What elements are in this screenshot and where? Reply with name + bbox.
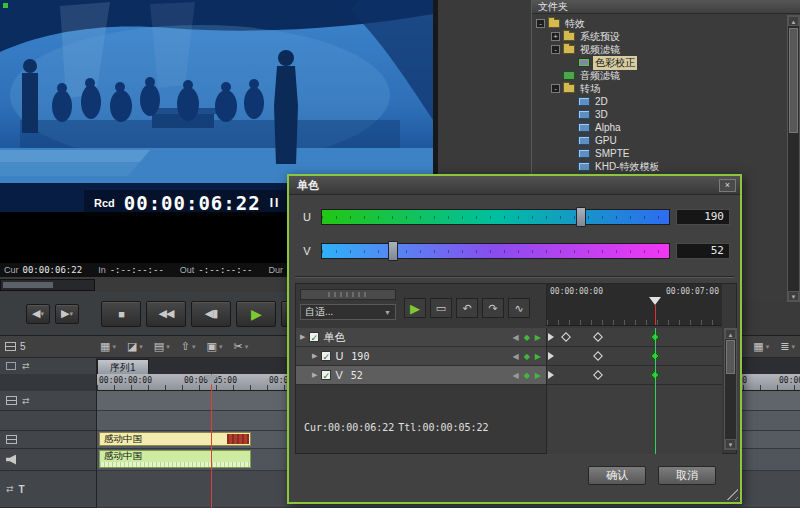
mark-out-button[interactable]: ▶▾ bbox=[55, 304, 79, 324]
tree-item-3[interactable]: 色彩校正 bbox=[532, 56, 786, 69]
preset-grip[interactable] bbox=[300, 289, 396, 300]
tree-item-4[interactable]: 音频滤镜 bbox=[532, 69, 786, 82]
folder-icon bbox=[563, 84, 575, 93]
scroll-up-icon[interactable]: ▲ bbox=[788, 16, 799, 26]
prev-key-icon[interactable]: ◀ bbox=[513, 333, 519, 342]
tree-item-6[interactable]: 2D bbox=[532, 95, 786, 108]
v-slider-handle[interactable] bbox=[388, 241, 398, 261]
keyframe-playhead-handle[interactable] bbox=[649, 297, 661, 305]
tree-expander-icon[interactable]: - bbox=[536, 19, 545, 28]
tree-expander-icon[interactable]: + bbox=[551, 32, 560, 41]
tree-item-0[interactable]: -特效 bbox=[532, 17, 786, 30]
u-slider[interactable] bbox=[321, 209, 670, 225]
grid-button[interactable]: ▦▾ bbox=[753, 340, 769, 353]
save-button[interactable]: ▣▾ bbox=[207, 340, 223, 353]
scroll-up-icon[interactable]: ▲ bbox=[725, 329, 736, 339]
expander-icon[interactable]: ▶ bbox=[312, 371, 317, 379]
track-header-3[interactable] bbox=[0, 449, 96, 471]
redo-button[interactable]: ↷ bbox=[482, 298, 504, 318]
keyframe-row-2[interactable]: ▶✓V52◀◆▶ bbox=[296, 366, 546, 385]
mixer-button[interactable]: ◪▾ bbox=[127, 340, 143, 353]
tree-expander-icon[interactable]: - bbox=[551, 84, 560, 93]
new-sequence-icon: ▤ bbox=[154, 340, 164, 353]
tree-item-11[interactable]: KHD-特效模板 bbox=[532, 160, 786, 173]
play-button[interactable]: ▶ bbox=[404, 298, 426, 318]
expander-icon[interactable]: ▶ bbox=[300, 333, 305, 341]
v-value-field[interactable]: 52 bbox=[676, 243, 730, 259]
video-clip[interactable]: 感动中国 bbox=[99, 432, 251, 446]
audio-clip[interactable]: 感动中国 bbox=[99, 450, 251, 468]
arrows-icon[interactable]: ⇄ bbox=[22, 361, 30, 371]
scroll-down-icon[interactable]: ▼ bbox=[725, 439, 736, 449]
track-header-0[interactable]: ⇄ bbox=[0, 391, 96, 411]
timeline-playhead-handle[interactable] bbox=[204, 375, 218, 385]
track-header-1[interactable] bbox=[0, 411, 96, 431]
tree-item-8[interactable]: Alpha bbox=[532, 121, 786, 134]
cancel-button[interactable]: 取消 bbox=[658, 466, 716, 485]
row-checkbox[interactable]: ✓ bbox=[321, 370, 331, 380]
plain-keyframe-icon[interactable] bbox=[593, 332, 603, 342]
add-key-icon[interactable]: ◆ bbox=[524, 371, 530, 380]
plain-keyframe-icon[interactable] bbox=[593, 370, 603, 380]
next-key-icon[interactable]: ▶ bbox=[535, 352, 541, 361]
tree-item-10[interactable]: SMPTE bbox=[532, 147, 786, 160]
cut-button[interactable]: ✂▾ bbox=[233, 340, 248, 353]
track-header-4[interactable]: ⇄T bbox=[0, 471, 96, 508]
mark-in-button[interactable]: ◀▾ bbox=[26, 304, 50, 324]
stop-button[interactable]: ■ bbox=[101, 301, 141, 327]
keyframe-scrollbar[interactable]: ▲ ▼ bbox=[724, 328, 737, 450]
tree-item-7[interactable]: 3D bbox=[532, 108, 786, 121]
next-key-icon[interactable]: ▶ bbox=[535, 333, 541, 342]
folder-scrollbar[interactable]: ▲ ▼ bbox=[787, 15, 800, 302]
keyframe-lane-2[interactable] bbox=[547, 366, 722, 385]
track-header-2[interactable] bbox=[0, 431, 96, 449]
keyframe-scrollbar-thumb[interactable] bbox=[726, 340, 735, 374]
u-value-field[interactable]: 190 bbox=[676, 209, 730, 225]
tree-item-2[interactable]: -视频滤镜 bbox=[532, 43, 786, 56]
keyframe-lane-0[interactable] bbox=[547, 328, 722, 347]
close-button[interactable]: × bbox=[719, 179, 736, 192]
list-button[interactable]: ≣▾ bbox=[780, 340, 795, 353]
tree-item-5[interactable]: -转场 bbox=[532, 82, 786, 95]
keyframe-lane-1[interactable] bbox=[547, 347, 722, 366]
row-checkbox[interactable]: ✓ bbox=[309, 332, 319, 342]
confirm-button[interactable]: 确认 bbox=[588, 466, 646, 485]
keyframe-row-1[interactable]: ▶✓U190◀◆▶ bbox=[296, 347, 546, 366]
comment-button[interactable]: ▭ bbox=[430, 298, 452, 318]
tree-item-9[interactable]: GPU bbox=[532, 134, 786, 147]
prev-key-icon[interactable]: ◀ bbox=[513, 352, 519, 361]
preset-dropdown[interactable]: 自适... ▼ bbox=[300, 304, 396, 320]
plain-keyframe-icon[interactable] bbox=[561, 332, 571, 342]
bin-button[interactable]: ▦▾ bbox=[100, 340, 116, 353]
v-slider[interactable] bbox=[321, 243, 670, 259]
folder-scrollbar-thumb[interactable] bbox=[789, 28, 798, 133]
curve-button[interactable]: ∿ bbox=[508, 298, 530, 318]
keyframe-row-0[interactable]: ▶✓单色◀◆▶ bbox=[296, 328, 546, 347]
export-button[interactable]: ⇧▾ bbox=[181, 340, 196, 353]
undo-button[interactable]: ↶ bbox=[456, 298, 478, 318]
resize-grip[interactable] bbox=[724, 486, 738, 500]
plain-keyframe-icon[interactable] bbox=[593, 351, 603, 361]
tree-item-1[interactable]: +系统预设 bbox=[532, 30, 786, 43]
add-key-icon[interactable]: ◆ bbox=[524, 352, 530, 361]
previous-frame-button[interactable]: ◀▮ bbox=[191, 301, 231, 327]
sequence-tab[interactable]: 序列1 bbox=[97, 359, 149, 374]
dialog-titlebar[interactable]: 单色 × bbox=[289, 176, 740, 195]
scroll-down-icon[interactable]: ▼ bbox=[788, 291, 799, 301]
next-key-icon[interactable]: ▶ bbox=[535, 371, 541, 380]
add-key-icon[interactable]: ◆ bbox=[524, 333, 530, 342]
play-button[interactable]: ▶ bbox=[236, 301, 276, 327]
track-mode-icon[interactable] bbox=[6, 362, 16, 370]
prev-key-icon[interactable]: ◀ bbox=[513, 371, 519, 380]
preview-scrollbar-thumb[interactable] bbox=[3, 282, 53, 288]
expander-icon[interactable]: ▶ bbox=[312, 352, 317, 360]
timeline-playhead[interactable] bbox=[211, 374, 212, 508]
keyframe-cursor-line[interactable] bbox=[655, 328, 656, 454]
new-sequence-button[interactable]: ▤▾ bbox=[154, 340, 170, 353]
keyframe-ruler[interactable]: 00:00:00:00 00:00:07:00 bbox=[546, 284, 722, 326]
row-checkbox[interactable]: ✓ bbox=[321, 351, 331, 361]
tree-expander-icon[interactable]: - bbox=[551, 45, 560, 54]
rewind-button[interactable]: ◀◀ bbox=[146, 301, 186, 327]
preview-scrollbar[interactable] bbox=[0, 279, 95, 291]
u-slider-handle[interactable] bbox=[576, 207, 586, 227]
